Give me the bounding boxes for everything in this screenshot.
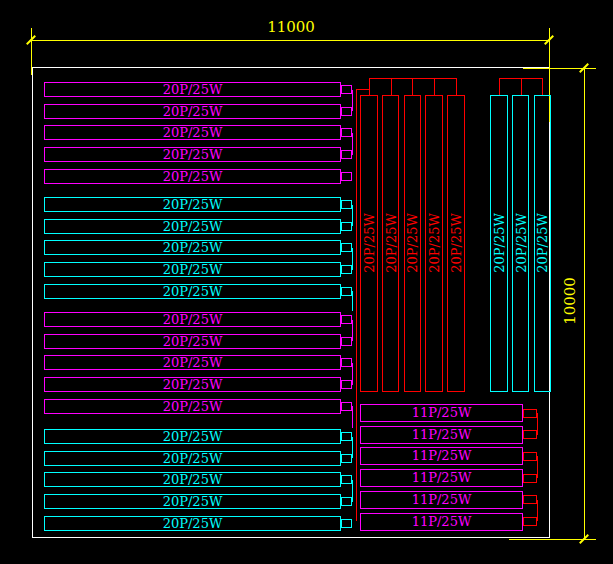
connector-tab xyxy=(341,475,352,484)
string-bus xyxy=(391,78,392,95)
string-bus xyxy=(521,78,522,95)
connector-tab xyxy=(341,337,352,346)
connector-tab xyxy=(341,150,352,159)
connector-line xyxy=(537,456,538,478)
panel-label: 11P/25W xyxy=(360,427,523,442)
connector-line xyxy=(352,437,353,459)
panel-label: 11P/25W xyxy=(360,492,523,507)
panel-label: 20P/25W xyxy=(44,472,341,487)
panel-label: 20P/25W xyxy=(44,494,341,509)
connector-tab xyxy=(341,358,352,367)
panel-label: 20P/25W xyxy=(405,213,420,273)
panel-label: 20P/25W xyxy=(44,284,341,299)
panel-label: 20P/25W xyxy=(448,213,463,273)
connector-line xyxy=(352,205,353,227)
connector-line xyxy=(352,291,353,311)
connector-line xyxy=(352,90,353,112)
connector-tab xyxy=(523,474,537,483)
dimension-line xyxy=(31,40,549,41)
panel-label: 20P/25W xyxy=(427,213,442,273)
string-bus xyxy=(456,78,457,95)
cad-viewport: 11000 10000 20P/25W20P/25W20P/25W20P/25W… xyxy=(0,0,613,564)
string-bus xyxy=(412,78,413,95)
feed-line xyxy=(356,89,357,521)
connector-tab xyxy=(341,315,352,324)
panel-label: 20P/25W xyxy=(44,377,341,392)
connector-tab xyxy=(341,402,352,411)
panel-label: 11P/25W xyxy=(360,448,523,463)
panel-label: 20P/25W xyxy=(44,399,341,414)
panel-label: 20P/25W xyxy=(361,213,376,273)
panel-label: 20P/25W xyxy=(535,213,550,273)
panel-label: 11P/25W xyxy=(360,405,523,420)
string-bus xyxy=(369,78,370,95)
connector-tab xyxy=(523,495,537,504)
panel-label: 20P/25W xyxy=(383,213,398,273)
panel-label: 20P/25W xyxy=(44,169,341,184)
panel-label: 20P/25W xyxy=(44,451,341,466)
panel-label: 20P/25W xyxy=(491,213,506,273)
connector-tab xyxy=(523,517,537,526)
connector-tab xyxy=(341,454,352,463)
panel-label: 20P/25W xyxy=(44,125,341,140)
panel-label: 11P/25W xyxy=(360,514,523,529)
connector-line xyxy=(352,320,353,342)
connector-line xyxy=(352,406,353,428)
panel-label: 20P/25W xyxy=(44,262,341,277)
panel-label: 20P/25W xyxy=(513,213,528,273)
connector-tab xyxy=(341,287,352,296)
connector-tab xyxy=(523,452,537,461)
panel-label: 20P/25W xyxy=(44,197,341,212)
panel-label: 20P/25W xyxy=(44,429,341,444)
connector-tab xyxy=(341,380,352,389)
panel-label: 20P/25W xyxy=(44,334,341,349)
connector-line xyxy=(537,500,538,522)
string-bus xyxy=(542,78,543,95)
dimension-line xyxy=(584,68,585,539)
connector-tab xyxy=(341,497,352,506)
panel-label: 20P/25W xyxy=(44,219,341,234)
string-bus xyxy=(499,78,500,95)
panel-label: 20P/25W xyxy=(44,516,341,531)
connector-tab xyxy=(523,409,537,418)
connector-line xyxy=(537,413,538,435)
dimension-extension xyxy=(31,28,32,75)
connector-tab xyxy=(341,265,352,274)
connector-tab xyxy=(341,200,352,209)
connector-tab xyxy=(341,172,352,181)
connector-tab xyxy=(341,519,352,528)
panel-label: 20P/25W xyxy=(44,104,341,119)
connector-tab xyxy=(341,243,352,252)
connector-tab xyxy=(341,85,352,94)
dimension-label-width[interactable]: 11000 xyxy=(267,18,315,36)
panel-label: 20P/25W xyxy=(44,240,341,255)
panel-label: 11P/25W xyxy=(360,470,523,485)
panel-label: 20P/25W xyxy=(44,355,341,370)
connector-line xyxy=(352,133,353,155)
connector-tab xyxy=(523,430,537,439)
panel-label: 20P/25W xyxy=(44,312,341,327)
connector-tab xyxy=(341,107,352,116)
connector-tab xyxy=(341,128,352,137)
connector-tab xyxy=(341,432,352,441)
connector-tab xyxy=(341,222,352,231)
feed-line xyxy=(356,89,369,90)
panel-label: 20P/25W xyxy=(44,82,341,97)
connector-line xyxy=(352,248,353,270)
connector-line xyxy=(352,363,353,385)
dimension-label-height[interactable]: 10000 xyxy=(561,277,579,325)
string-bus xyxy=(434,78,435,95)
panel-label: 20P/25W xyxy=(44,147,341,162)
connector-line xyxy=(352,480,353,502)
